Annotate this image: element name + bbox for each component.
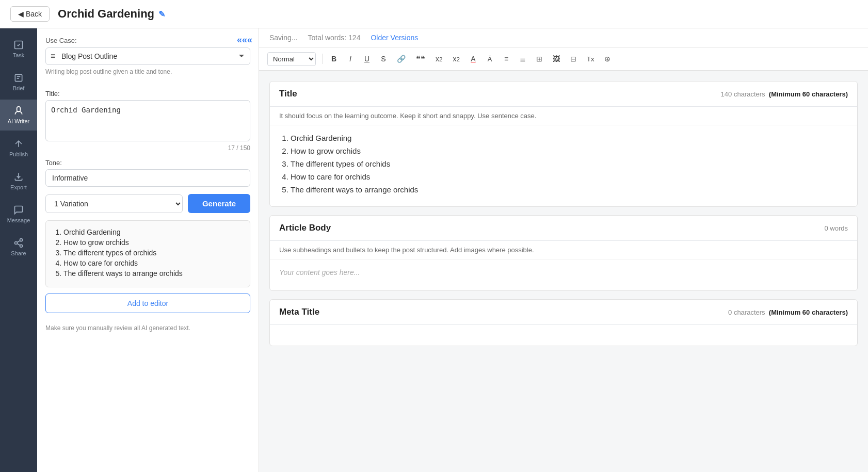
word-count: Total words: 124 xyxy=(308,34,360,42)
add-to-editor-button[interactable]: Add to editor xyxy=(45,294,250,313)
sidebar-label-share: Share xyxy=(11,250,26,256)
sidebar-nav: Task Brief AI Writer Publish Export Mess… xyxy=(0,28,37,472)
underline-button[interactable]: U xyxy=(360,52,374,66)
tone-select[interactable]: Informative Casual Professional Friendly xyxy=(45,169,250,187)
subscript-button[interactable]: x2 xyxy=(431,52,446,66)
title-section-meta: 140 characters (Minimum 60 characters) xyxy=(721,90,848,98)
title-section-body[interactable]: Orchid Gardening How to grow orchids The… xyxy=(270,125,857,206)
blockquote-button[interactable]: ❝❝ xyxy=(412,52,429,66)
insert-button[interactable]: ⊕ xyxy=(600,52,615,66)
svg-point-2 xyxy=(20,239,23,241)
article-body-label: Article Body xyxy=(279,223,331,233)
side-panel: ««« Use Case: Blog Post Outline Article … xyxy=(37,28,259,472)
sidebar-label-publish: Publish xyxy=(9,151,28,157)
share-icon xyxy=(13,238,24,248)
variation-select[interactable]: 1 Variation 2 Variations 3 Variations xyxy=(45,194,183,213)
meta-title-section-header: Meta Title 0 characters (Minimum 60 char… xyxy=(270,300,857,325)
title-body-list: Orchid Gardening How to grow orchids The… xyxy=(279,134,848,194)
toolbar-divider xyxy=(322,54,323,64)
article-body-meta: 0 words xyxy=(824,224,848,232)
title-section-hint: It should focus on the learning outcome.… xyxy=(270,107,857,125)
article-body-placeholder: Your content goes here... xyxy=(279,268,360,276)
meta-title-meta: 0 characters (Minimum 60 characters) xyxy=(728,308,848,316)
outline-result: Orchid Gardening How to grow orchids The… xyxy=(45,220,250,287)
unordered-list-button[interactable]: ≣ xyxy=(516,52,530,66)
disclaimer-text: Make sure you manually review all AI gen… xyxy=(45,324,250,332)
page-title-text: Orchid Gardening xyxy=(58,7,154,21)
title-section-header: Title 140 characters (Minimum 60 charact… xyxy=(270,82,857,107)
title-section-label: Title xyxy=(279,89,297,99)
sidebar-item-export[interactable]: Export xyxy=(0,166,37,197)
sidebar-label-message: Message xyxy=(7,217,30,223)
list-item: The different types of orchids xyxy=(291,159,848,168)
list-item: Orchid Gardening xyxy=(291,134,848,142)
sidebar-label-export: Export xyxy=(10,184,27,190)
article-body-section: Article Body 0 words Use subheadings and… xyxy=(269,215,858,291)
image-button[interactable]: 🖼 xyxy=(549,52,564,66)
strikethrough-button[interactable]: S xyxy=(376,52,391,66)
main-layout: Task Brief AI Writer Publish Export Mess… xyxy=(0,28,868,472)
ai-writer-icon xyxy=(13,106,24,116)
title-label: Title: xyxy=(45,90,250,97)
tone-label: Tone: xyxy=(45,159,250,167)
sidebar-label-brief: Brief xyxy=(13,85,25,91)
export-icon xyxy=(13,172,24,182)
use-case-select[interactable]: Blog Post Outline Article Social Media xyxy=(45,47,250,65)
sidebar-item-message[interactable]: Message xyxy=(0,199,37,230)
publish-icon xyxy=(13,139,24,149)
meta-title-body[interactable] xyxy=(270,325,857,346)
list-item: How to care for orchids xyxy=(291,172,848,181)
meta-title-label: Meta Title xyxy=(279,307,319,317)
svg-point-3 xyxy=(15,242,18,245)
editor-toolbar: Normal Heading 1 Heading 2 B I U S 🔗 ❝❝ … xyxy=(259,47,868,71)
sidebar-item-task[interactable]: Task xyxy=(0,34,37,64)
link-button[interactable]: 🔗 xyxy=(393,52,410,66)
sidebar-item-brief[interactable]: Brief xyxy=(0,67,37,97)
editor-area: Saving... Total words: 124 Older Version… xyxy=(259,28,868,472)
list-item: The different ways to arrange orchids xyxy=(63,269,243,278)
superscript-button[interactable]: x2 xyxy=(448,52,463,66)
align-button[interactable]: ⊞ xyxy=(532,52,546,66)
svg-point-4 xyxy=(20,245,23,247)
back-button[interactable]: ◀ Back xyxy=(10,6,50,22)
panel-collapse-button[interactable]: ««« xyxy=(237,35,252,45)
outline-list: Orchid Gardening How to grow orchids The… xyxy=(53,228,243,278)
ordered-list-button[interactable]: ≡ xyxy=(499,52,513,66)
older-versions-link[interactable]: Older Versions xyxy=(371,34,418,42)
italic-button[interactable]: I xyxy=(343,52,358,66)
text-color-button[interactable]: A xyxy=(466,52,480,66)
article-body-section-header: Article Body 0 words xyxy=(270,216,857,241)
top-bar: ◀ Back Orchid Gardening ✎ xyxy=(0,0,868,28)
title-section: Title 140 characters (Minimum 60 charact… xyxy=(269,81,858,207)
clear-format-button[interactable]: Tx xyxy=(583,52,598,66)
paragraph-style-select[interactable]: Normal Heading 1 Heading 2 xyxy=(267,52,316,66)
list-item: The different ways to arrange orchids xyxy=(291,185,848,194)
table-button[interactable]: ⊟ xyxy=(566,52,581,66)
sidebar-item-share[interactable]: Share xyxy=(0,232,37,263)
title-input[interactable]: Orchid Gardening xyxy=(45,100,250,141)
article-body-content[interactable]: Your content goes here... xyxy=(270,259,857,290)
list-item: How to care for orchids xyxy=(63,259,243,267)
highlight-button[interactable]: Ā xyxy=(483,52,497,66)
message-icon xyxy=(13,205,24,215)
editor-topbar: Saving... Total words: 124 Older Version… xyxy=(259,28,868,47)
use-case-desc: Writing blog post outline given a title … xyxy=(45,68,250,75)
list-item: Orchid Gardening xyxy=(63,228,243,236)
article-body-hint: Use subheadings and bullets to keep the … xyxy=(270,241,857,259)
generate-button[interactable]: Generate xyxy=(188,194,250,213)
list-item: How to grow orchids xyxy=(63,238,243,247)
brief-icon xyxy=(13,73,24,83)
list-item: The different types of orchids xyxy=(63,249,243,257)
bold-button[interactable]: B xyxy=(327,52,341,66)
title-char-count: 17 / 150 xyxy=(45,144,250,152)
sidebar-label-task: Task xyxy=(13,52,25,58)
meta-title-section: Meta Title 0 characters (Minimum 60 char… xyxy=(269,299,858,346)
sidebar-item-ai-writer[interactable]: AI Writer xyxy=(0,100,37,131)
sidebar-label-ai-writer: AI Writer xyxy=(8,118,30,124)
list-item: How to grow orchids xyxy=(291,147,848,155)
task-icon xyxy=(13,40,24,50)
sidebar-item-publish[interactable]: Publish xyxy=(0,133,37,164)
use-case-label: Use Case: xyxy=(45,37,250,44)
saving-status: Saving... xyxy=(269,34,297,42)
edit-title-icon[interactable]: ✎ xyxy=(158,9,165,19)
